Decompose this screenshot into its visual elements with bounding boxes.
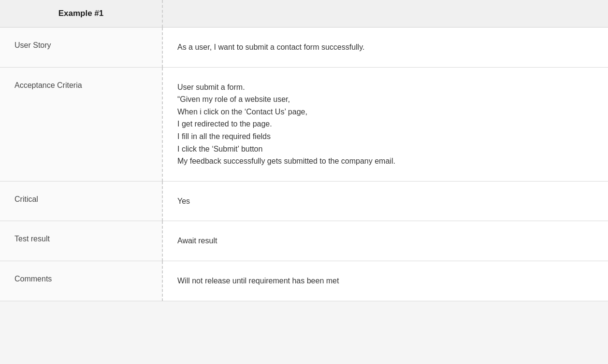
table-row: Acceptance CriteriaUser submit a form.“G… (0, 67, 608, 181)
value-line: User submit a form. (177, 81, 594, 94)
value-line: Await result (177, 235, 594, 247)
table-row: CommentsWill not release until requireme… (0, 261, 608, 301)
row-value: User submit a form.“Given my role of a w… (162, 67, 608, 181)
table-container: Example #1 User StoryAs a user, I want t… (0, 0, 608, 301)
value-line: As a user, I want to submit a contact fo… (177, 41, 594, 54)
row-label: Comments (0, 261, 162, 301)
value-line: “Given my role of a website user, (177, 93, 594, 106)
value-line: When i click on the ‘Contact Us’ page, (177, 106, 594, 118)
header-title: Example #1 (0, 0, 162, 28)
row-label: Acceptance Criteria (0, 67, 162, 181)
row-label: Test result (0, 221, 162, 261)
value-line: I fill in all the required fields (177, 130, 594, 143)
table-row: User StoryAs a user, I want to submit a … (0, 28, 608, 68)
value-line: Will not release until requirement has b… (177, 275, 594, 287)
row-value: As a user, I want to submit a contact fo… (162, 28, 608, 68)
main-table: Example #1 User StoryAs a user, I want t… (0, 0, 608, 301)
header-row: Example #1 (0, 0, 608, 28)
header-right (162, 0, 608, 28)
table-row: Test resultAwait result (0, 221, 608, 261)
table-body: User StoryAs a user, I want to submit a … (0, 28, 608, 301)
value-line: Yes (177, 195, 594, 208)
row-value: Will not release until requirement has b… (162, 261, 608, 301)
row-label: User Story (0, 28, 162, 68)
row-label: Critical (0, 181, 162, 221)
value-line: My feedback successfully gets submitted … (177, 155, 594, 168)
value-line: I click the ‘Submit’ button (177, 143, 594, 155)
row-value: Await result (162, 221, 608, 261)
table-row: CriticalYes (0, 181, 608, 221)
value-line: I get redirected to the page. (177, 118, 594, 130)
row-value: Yes (162, 181, 608, 221)
